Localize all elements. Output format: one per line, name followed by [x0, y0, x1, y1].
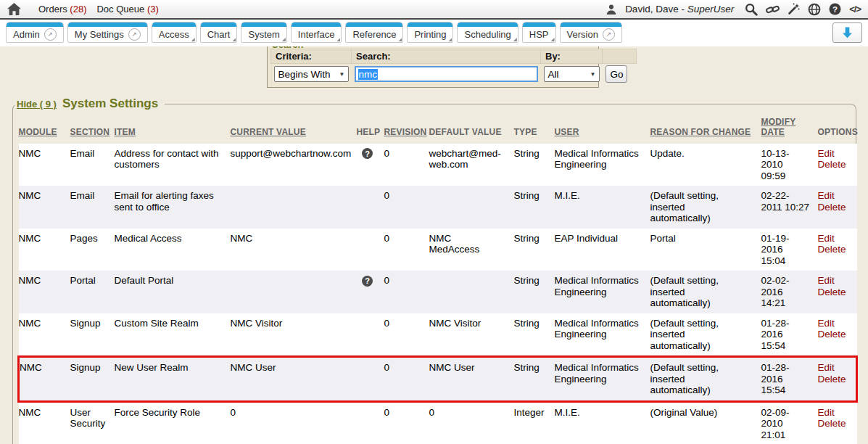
external-link-icon: ↗ [128, 28, 141, 41]
cell-module: NMC [19, 144, 70, 186]
edit-link[interactable]: Edit [818, 148, 851, 160]
tab-label: My Settings [75, 29, 124, 40]
cell-default: webchart@med- web.com [429, 144, 514, 186]
svg-text:?: ? [832, 5, 838, 14]
table-row: NMCSignupNew User RealmNMC User0NMC User… [19, 357, 857, 402]
cell-module: NMC [19, 186, 70, 229]
cell-revision: 0 [384, 229, 429, 271]
tab-my-settings[interactable]: My Settings ↗ [67, 22, 148, 43]
user-role: SuperUser [687, 4, 735, 15]
tab-interface[interactable]: Interface [291, 22, 342, 43]
cell-current: NMC Visitor [231, 313, 357, 357]
go-button[interactable]: Go [605, 65, 627, 83]
tab-hsp[interactable]: HSP [522, 22, 556, 43]
cell-options: EditDelete [818, 144, 857, 186]
code-icon[interactable]: </> [849, 4, 861, 15]
hide-link[interactable]: Hide ( 9 ) [17, 99, 57, 110]
cell-modify: 02-09- 2010 21:01 [761, 401, 818, 444]
delete-link[interactable]: Delete [818, 159, 851, 170]
cell-module: NMC [19, 313, 70, 357]
globe-icon[interactable] [808, 3, 821, 16]
orders-label: Orders [38, 4, 67, 15]
caret-down-icon: ▼ [339, 71, 345, 78]
orders-link[interactable]: Orders (28) [38, 4, 86, 15]
table-row: NMCUser SecurityForce Security Role000In… [19, 401, 857, 444]
cell-modify: 01-28- 2016 15:54 [761, 313, 818, 357]
delete-link[interactable]: Delete [818, 287, 851, 298]
edit-link[interactable]: Edit [818, 190, 851, 202]
search-input[interactable]: nmc [355, 66, 538, 82]
cell-default: NMC Visitor [429, 313, 514, 357]
cell-user: Medical Informatics Engineering [555, 144, 650, 186]
tab-admin[interactable]: Admin ↗ [6, 22, 64, 43]
cell-module: NMC [19, 271, 70, 313]
cell-options: EditDelete [818, 357, 857, 402]
tab-printing[interactable]: Printing [407, 22, 453, 43]
cell-reason: Portal [650, 229, 761, 271]
cell-item: Force Security Role [115, 401, 231, 444]
tab-reference[interactable]: Reference [345, 22, 403, 43]
column-header-section[interactable]: SECTION [70, 109, 115, 144]
delete-link[interactable]: Delete [818, 418, 851, 429]
column-header-user[interactable]: USER [555, 109, 650, 144]
wand-icon[interactable] [788, 3, 800, 15]
tab-version[interactable]: Version ↗ [560, 22, 622, 43]
cell-section: User Security [70, 401, 115, 444]
cell-type: String [514, 271, 555, 313]
column-header-item[interactable]: ITEM [115, 109, 231, 144]
table-row: NMCPortalDefault Portal?0StringMedical I… [19, 271, 857, 313]
cell-user: EAP Individual [555, 229, 650, 271]
orders-count: (28) [70, 4, 86, 15]
external-link-icon: ↗ [44, 28, 57, 41]
cell-reason: (Default setting, inserted automatically… [650, 271, 761, 313]
setting-help-icon[interactable]: ? [362, 148, 373, 159]
dropdown-corner-icon [232, 38, 236, 41]
search-icon[interactable] [745, 3, 758, 16]
table-row: NMCPagesMedical AccessNMC0NMC MedAccessS… [19, 229, 857, 271]
home-icon[interactable] [7, 3, 21, 15]
edit-link[interactable]: Edit [818, 233, 851, 244]
cell-current: 0 [231, 401, 357, 444]
tab-access[interactable]: Access [152, 22, 197, 43]
delete-link[interactable]: Delete [818, 202, 851, 213]
column-header-revision[interactable]: REVISION [384, 109, 429, 144]
doc-queue-link[interactable]: Doc Queue (3) [96, 4, 158, 15]
cell-item: Email for alerting faxes sent to office [115, 186, 231, 229]
edit-link[interactable]: Edit [818, 318, 851, 329]
column-header-module[interactable]: MODULE [19, 109, 70, 144]
criteria-select[interactable]: Begins With ▼ [274, 66, 349, 82]
scroll-down-button[interactable] [832, 22, 862, 43]
delete-link[interactable]: Delete [818, 374, 851, 385]
edit-link[interactable]: Edit [818, 362, 851, 374]
cell-help [357, 401, 384, 444]
edit-link[interactable]: Edit [818, 407, 851, 419]
topbar-links: Orders (28) Doc Queue (3) [38, 4, 159, 15]
column-header-reason[interactable]: REASON FOR CHANGE [650, 109, 761, 144]
cell-help [357, 229, 384, 271]
by-select[interactable]: All ▼ [544, 66, 600, 82]
setting-help-icon[interactable]: ? [362, 276, 373, 287]
column-header-modify[interactable]: MODIFY DATE [761, 109, 818, 144]
search-input-selected-text: nmc [358, 69, 379, 80]
system-settings-legend: Hide ( 9 ) System Settings [15, 96, 165, 111]
cell-reason: (Default setting, inserted automatically… [650, 313, 761, 357]
tab-scheduling[interactable]: Scheduling [457, 22, 518, 43]
help-icon[interactable]: ? [829, 3, 841, 15]
top-bar: Orders (28) Doc Queue (3) David, Dave - … [0, 0, 868, 20]
tab-chart[interactable]: Chart [200, 22, 238, 43]
cell-module: NMC [19, 401, 70, 444]
tab-bar: Admin ↗ My Settings ↗ Access Chart Syste… [0, 20, 868, 46]
delete-link[interactable]: Delete [818, 329, 851, 340]
column-header-current[interactable]: CURRENT VALUE [231, 109, 357, 144]
tab-label: Printing [414, 29, 446, 40]
cell-type: String [514, 357, 555, 402]
delete-link[interactable]: Delete [818, 244, 851, 255]
cell-help: ? [357, 271, 384, 313]
cell-item: New User Realm [115, 357, 231, 402]
tab-system[interactable]: System [241, 22, 286, 43]
link-icon[interactable] [766, 4, 780, 15]
table-row: NMCSignupCustom Site RealmNMC Visitor0NM… [19, 313, 857, 357]
doc-queue-count: (3) [147, 4, 159, 15]
edit-link[interactable]: Edit [818, 275, 851, 287]
caret-down-icon: ▼ [590, 71, 596, 78]
